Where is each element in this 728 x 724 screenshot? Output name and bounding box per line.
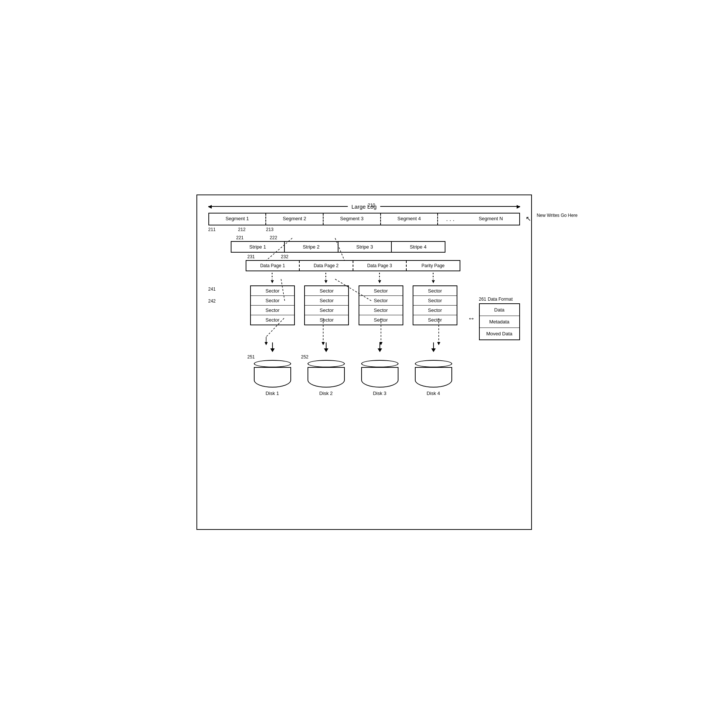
ref-213: 213 (266, 227, 274, 232)
sector-col-4: Sector Sector Sector Sector (413, 286, 457, 325)
sector-cell: Sector (359, 315, 402, 325)
sector-col-1: Sector Sector Sector Sector (250, 286, 295, 325)
sector-col-2: Sector Sector Sector Sector (304, 286, 349, 325)
ref-261: 261 (479, 296, 486, 302)
large-log-section: 210 Large Log (208, 203, 520, 210)
new-writes-label: New Writes Go Here (537, 213, 578, 219)
segment-dots: . . . (438, 214, 462, 225)
sector-cell: Sector (251, 296, 294, 305)
data-page-2: Data Page 2 (300, 261, 353, 270)
sector-cell: Sector (251, 315, 294, 325)
sector-cell: Sector (359, 296, 402, 305)
ref-210: 210 (368, 203, 375, 208)
ref-232: 232 (281, 254, 289, 259)
ref-221: 221 (236, 235, 244, 240)
sector-cell: Sector (413, 286, 457, 296)
sector-cell: Sector (413, 315, 457, 325)
segment-4: Segment 4 (381, 214, 438, 225)
ref-212: 212 (238, 227, 246, 232)
data-format-moveddata: Moved Data (480, 328, 519, 339)
sector-cell: Sector (305, 296, 348, 305)
sector-cell: Sector (359, 286, 402, 296)
ref-211: 211 (208, 227, 216, 232)
disk-4-label: Disk 4 (427, 391, 440, 396)
disk-2-shape (307, 360, 345, 388)
data-format-metadata: Metadata (480, 316, 519, 328)
data-format-data: Data (480, 304, 519, 316)
new-writes-annotation: New Writes Go Here ↖ (537, 213, 578, 219)
data-format-box: Data Metadata Moved Data (479, 303, 520, 340)
segment-n: Segment N (463, 214, 519, 225)
sector-cell: Sector (359, 305, 402, 315)
ref-231: 231 (248, 254, 255, 259)
sector-cell: Sector (251, 286, 294, 296)
disk-3-shape (361, 360, 399, 388)
data-page-3: Data Page 3 (353, 261, 407, 270)
page-arrows: ▼ ▼ ▼ ▼ (246, 273, 460, 284)
segment-2: Segment 2 (266, 214, 324, 225)
sector-cell: Sector (305, 286, 348, 296)
stripes-row: Stripe 1 Stripe 2 Stripe 3 Stripe 4 (231, 241, 445, 253)
ref-251: 251 (248, 354, 255, 360)
disk-4-shape (415, 360, 452, 388)
large-log-label: Large Log (348, 203, 381, 210)
disk-4-column: — Disk 4 (407, 354, 460, 396)
ref-242: 242 (208, 298, 246, 304)
ref-252: 252 (301, 354, 309, 360)
disk-1-column: 251 Disk 1 (246, 354, 299, 396)
double-arrow: ↔ (468, 314, 475, 323)
data-page-1: Data Page 1 (246, 261, 300, 270)
ref-241: 241 (208, 287, 246, 292)
sector-columns: Sector Sector Sector Sector Sector Secto… (246, 286, 462, 325)
segment-1: Segment 1 (209, 214, 266, 225)
disk-3-label: Disk 3 (373, 391, 386, 396)
disks-row: 251 Disk 1 252 Disk 2 — Disk 3 (246, 354, 460, 396)
disk-2-column: 252 Disk 2 (299, 354, 353, 396)
sector-cell: Sector (413, 305, 457, 315)
sector-to-disk-arrows (246, 342, 460, 352)
disk-2-label: Disk 2 (319, 391, 332, 396)
disk-3-column: — Disk 3 (353, 354, 407, 396)
stripe-2: Stripe 2 (285, 242, 338, 252)
disk-1-shape (254, 360, 291, 388)
pages-row: Data Page 1 Data Page 2 Data Page 3 Pari… (246, 260, 460, 271)
pages-container: Data Page 1 Data Page 2 Data Page 3 Pari… (246, 260, 460, 271)
segment-3: Segment 3 (324, 214, 381, 225)
sector-cell: Sector (251, 305, 294, 315)
sector-col-3: Sector Sector Sector Sector (359, 286, 403, 325)
segments-row: Segment 1 Segment 2 Segment 3 Segment 4 … (208, 213, 520, 225)
data-format-title: Data Format (488, 296, 513, 302)
disk-1-label: Disk 1 (265, 391, 279, 396)
stripe-3: Stripe 3 (338, 242, 392, 252)
stripes-container: Stripe 1 Stripe 2 Stripe 3 Stripe 4 (231, 241, 445, 253)
parity-page: Parity Page (407, 261, 460, 270)
sector-cell: Sector (305, 305, 348, 315)
main-diagram: 210 Large Log Segment 1 Segment 2 Segmen… (196, 194, 532, 530)
sector-cell: Sector (305, 315, 348, 325)
stripe-1: Stripe 1 (231, 242, 285, 252)
ref-222: 222 (270, 235, 277, 240)
sector-cell: Sector (413, 296, 457, 305)
stripe-4: Stripe 4 (392, 242, 445, 252)
